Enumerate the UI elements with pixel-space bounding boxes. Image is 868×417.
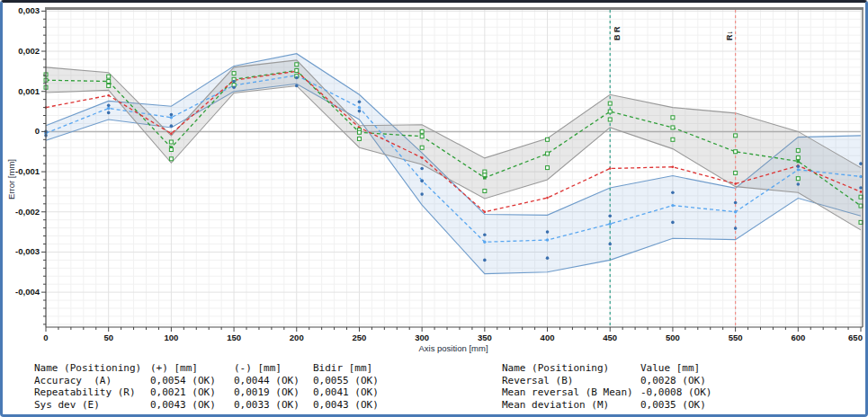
runs-up-point [483,173,487,177]
runs-down-point [232,80,236,84]
runs-down-point [420,180,424,183]
table-cell: 0,0044 (OK) [234,375,313,387]
runs-down-point [232,85,236,89]
table-header-cell: Value [mm] [640,362,757,375]
runs-down-point [107,111,111,115]
runs-down-point [483,233,487,236]
runs-up-point [734,134,738,138]
table-header-cell: Name (Positioning) [34,362,150,375]
mean-down-negative-direction-marker [734,210,737,213]
mean-down-negative-direction-marker [483,241,486,244]
runs-down-point [734,226,738,230]
runs-up-point [420,129,424,133]
runs-up-point [546,152,550,155]
x-tick-label: 100 [164,333,178,342]
x-tick-label: 400 [541,333,555,342]
table-header-cell: (+) [mm] [150,362,234,375]
runs-up-point [295,63,299,67]
mean-down-negative-direction-marker [609,222,612,225]
runs-up-point [357,137,361,140]
table-cell: 0,0035 (OK) [640,399,757,412]
runs-down-point [797,182,801,186]
table-cell: 0,0019 (OK) [234,386,313,399]
y-tick-label: 0,003 [18,5,40,15]
mean-bidirectional-marker [609,167,612,170]
ref-line-label: B R [613,26,622,40]
runs-down-point [483,259,487,262]
y-tick-label: -0,001 [15,166,40,176]
runs-down-point [734,201,738,205]
runs-down-point [671,221,675,225]
mean-bidirectional-marker [421,156,424,159]
runs-up-point [796,155,800,159]
mean-bidirectional-marker [546,197,549,200]
x-tick-label: 150 [227,333,241,342]
mean-down-negative-direction-marker [546,238,549,241]
x-tick-label: 250 [353,333,367,342]
runs-down-point [859,186,863,190]
runs-down-point [671,191,675,195]
runs-up-point [357,130,361,134]
runs-down-point [797,164,801,168]
runs-up-point [232,72,236,75]
table-header-row: Name (Positioning)(+) [mm](-) [mm]Bidir … [34,362,398,375]
y-tick-label: 0,001 [18,86,40,96]
ref-line-label: R↓ [725,31,734,40]
x-tick-label: 0 [43,333,48,342]
y-tick-label: 0,002 [18,46,40,56]
table-cell: Sys dev (E) [34,399,150,412]
runs-down-point [170,113,174,117]
runs-up-point [295,68,299,72]
table-row: Repeatability (R)0,0021 (OK)0,0019 (OK)0… [34,386,398,399]
table-header-cell: (-) [mm] [234,362,313,375]
table-cell: Mean reversal (B Mean) [502,386,640,399]
table-cell: Repeatability (R) [34,386,150,399]
runs-down-point [170,124,174,128]
runs-up-point [420,135,424,138]
mean-bidirectional-marker [484,210,487,213]
table-cell: Mean deviation (M) [502,399,640,412]
mean-bidirectional-marker [170,132,173,135]
table-cell: 0,0043 (OK) [313,399,398,412]
x-tick-label: 200 [290,333,304,342]
y-tick-label: -0,002 [15,207,40,217]
runs-up-point [734,150,738,154]
runs-up-point [107,75,111,78]
mean-down-negative-direction-marker [358,106,361,109]
x-tick-label: 50 [103,333,113,342]
runs-up-point [734,171,738,174]
error-vs-position-chart: B RR↓05010015020025030035040045050055060… [3,3,865,359]
runs-down-point [358,101,362,104]
stats-table-positioning-reversal: Name (Positioning)Value [mm]Reversal (B)… [502,362,757,411]
mean-down-negative-direction-marker [797,168,800,171]
runs-up-point [796,148,800,152]
x-tick-label: 600 [791,333,805,342]
y-tick-label: -0,003 [15,246,40,256]
runs-up-point [483,190,487,193]
mean-bidirectional-marker [734,182,737,185]
table-header-cell: Bidir [mm] [313,362,398,375]
runs-down-point [608,214,612,217]
runs-up-point [546,166,550,170]
table-row: Mean reversal (B Mean)-0,0008 (OK) [502,386,757,399]
y-tick-label: -0,004 [15,287,40,297]
table-cell: Accuracy (A) [34,375,150,387]
table-cell: 0,0041 (OK) [313,386,398,399]
table-cell: Reversal (B) [502,375,640,387]
runs-up-point [796,177,800,181]
mean-bidirectional-marker [107,94,110,97]
table-cell: 0,0033 (OK) [234,399,313,412]
runs-up-point [671,126,675,129]
table-row: Reversal (B)0,0028 (OK) [502,375,757,387]
x-tick-label: 450 [603,333,617,342]
runs-up-point [107,80,111,84]
table-cell: 0,0043 (OK) [150,399,234,412]
runs-down-point [107,104,111,108]
runs-up-point [169,157,173,161]
runs-down-point [859,162,863,165]
mean-bidirectional-marker [860,191,863,193]
table-header-row: Name (Positioning)Value [mm] [502,362,757,375]
mean-down-negative-direction-marker [671,204,674,207]
table-cell: -0,0008 (OK) [640,386,757,399]
mean-down-negative-direction-marker [170,116,173,119]
